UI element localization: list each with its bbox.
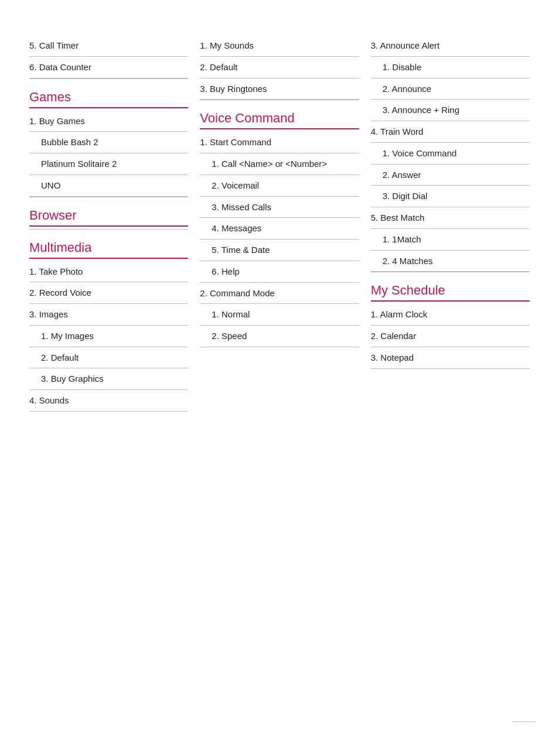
section-divider (29, 229, 188, 230)
section-header-games: Games (29, 90, 188, 108)
list-item: 3. Announce + Ring (371, 100, 530, 121)
section-header-voice-command: Voice Command (200, 111, 359, 129)
list-item: 1. Disable (371, 57, 530, 78)
list-item: 2. Record Voice (29, 282, 188, 304)
list-item: 2. Answer (371, 165, 530, 186)
page: 5. Call Timer6. Data CounterGames1. Buy … (0, 0, 559, 447)
list-item: 1. Buy Games (29, 111, 188, 132)
list-item: 4. Messages (200, 218, 359, 240)
list-item: 3. Digit Dial (371, 186, 530, 207)
list-item: 2. Default (200, 57, 359, 78)
list-item: 4. Train Word (371, 121, 530, 143)
list-item: 1. Take Photo (29, 261, 188, 283)
list-item: 5. Call Timer (29, 35, 188, 57)
section-header-my-schedule: My Schedule (371, 283, 530, 302)
section-header-multimedia: Multimedia (29, 240, 188, 259)
list-item: 1. Alarm Clock (371, 304, 530, 326)
list-item: 6. Data Counter (29, 57, 188, 78)
list-item: 2. 4 Matches (371, 251, 530, 272)
list-item: 1. Call <Name> or <Number> (200, 153, 359, 175)
list-item: 3. Images (29, 304, 188, 326)
list-item: 3. Buy Graphics (29, 368, 188, 390)
list-item: 3. Missed Calls (200, 197, 359, 218)
list-item: 4. Sounds (29, 390, 188, 412)
list-item: Bubble Bash 2 (29, 132, 188, 153)
list-item: 2. Calendar (371, 326, 530, 347)
list-item: 1. Voice Command (371, 143, 530, 165)
list-item: 3. Notepad (371, 347, 530, 369)
list-item: 6. Help (200, 261, 359, 283)
list-item: 3. Buy Ringtones (200, 78, 359, 100)
list-item: 2. Default (29, 347, 188, 369)
section-divider (29, 197, 188, 197)
list-item: 1. 1Match (371, 229, 530, 251)
page-num-line (512, 721, 536, 722)
list-item: UNO (29, 175, 188, 197)
list-item: 5. Best Match (371, 207, 530, 229)
column-2: 1. My Sounds2. Default3. Buy RingtonesVo… (194, 35, 364, 412)
list-item: Platinum Solitaire 2 (29, 153, 188, 175)
list-item: 2. Speed (200, 326, 359, 347)
list-item: 2. Command Mode (200, 283, 359, 305)
section-divider (29, 78, 188, 79)
column-1: 5. Call Timer6. Data CounterGames1. Buy … (23, 35, 194, 412)
section-header-browser: Browser (29, 208, 188, 227)
list-item: 2. Announce (371, 78, 530, 100)
section-divider (371, 272, 530, 272)
list-item: 1. Start Command (200, 132, 359, 153)
list-item: 1. My Images (29, 326, 188, 347)
section-divider (200, 100, 359, 100)
list-item: 3. Announce Alert (371, 35, 530, 57)
column-3: 3. Announce Alert1. Disable2. Announce3.… (365, 35, 536, 412)
list-item: 1. Normal (200, 304, 359, 326)
list-item: 2. Voicemail (200, 175, 359, 197)
list-item: 5. Time & Date (200, 240, 359, 261)
list-item: 1. My Sounds (200, 35, 359, 57)
